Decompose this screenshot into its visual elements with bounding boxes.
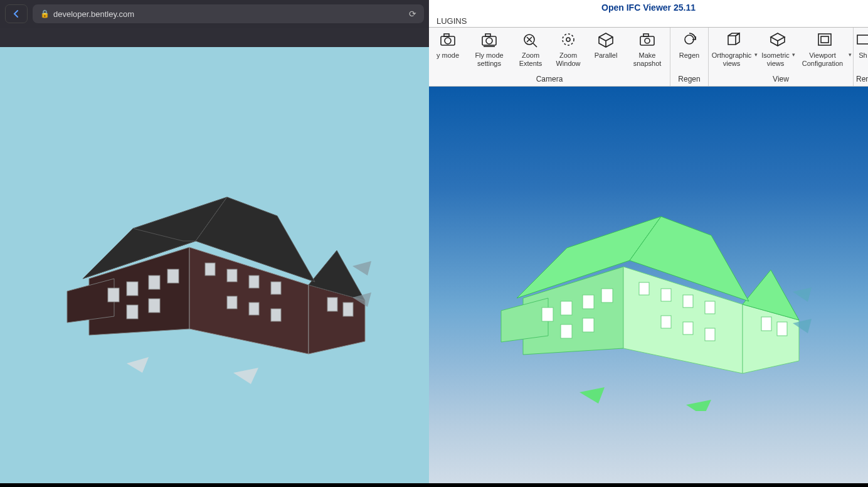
svg-rect-58 (561, 324, 572, 338)
regen-icon (679, 30, 700, 49)
chevron-left-icon (11, 9, 21, 19)
svg-rect-12 (127, 305, 138, 319)
svg-rect-18 (227, 296, 237, 309)
svg-rect-64 (661, 316, 671, 328)
right-3d-viewport[interactable] (429, 87, 868, 487)
svg-rect-17 (271, 282, 281, 294)
svg-rect-55 (561, 301, 572, 315)
isometric-icon (767, 30, 788, 49)
svg-rect-57 (601, 289, 613, 302)
svg-rect-61 (661, 289, 671, 301)
cube-icon (595, 30, 617, 49)
camera-group: y mode Fly mode settings Zoom Extents (429, 28, 670, 86)
parallel-button[interactable]: Parallel (587, 30, 625, 68)
safari-back-button[interactable] (5, 4, 28, 23)
svg-rect-63 (705, 301, 715, 314)
svg-marker-25 (352, 261, 371, 276)
zoom-window-button[interactable]: Zoom Window (549, 30, 587, 68)
zoom-window-icon (558, 30, 579, 49)
url-text: developer.bentley.com (53, 9, 134, 19)
svg-rect-67 (761, 317, 771, 331)
fly-mode-settings-button[interactable]: Fly mode settings (467, 30, 512, 68)
svg-rect-66 (705, 328, 715, 341)
svg-rect-22 (343, 302, 353, 316)
safari-toolbar: 🔒 developer.bentley.com ⟳ (0, 0, 429, 28)
ifc-tab-bar: LUGINS (429, 13, 868, 28)
make-snapshot-button[interactable]: Make snapshot (625, 30, 670, 68)
svg-rect-68 (777, 322, 787, 336)
svg-rect-60 (639, 282, 649, 295)
ribbon: y mode Fly mode settings Zoom Extents (429, 28, 868, 87)
chevron-down-icon: ▾ (754, 51, 758, 58)
regen-group-label: Regen (670, 75, 708, 86)
svg-rect-59 (583, 318, 594, 332)
lock-icon: 🔒 (40, 9, 50, 18)
fly-mode-button[interactable]: y mode (429, 30, 467, 68)
view-group-label: View (709, 75, 853, 86)
house-model-dark (39, 141, 390, 394)
chevron-down-icon: ▾ (849, 51, 852, 58)
svg-rect-9 (127, 282, 138, 296)
render-group: Sh Ren (854, 28, 868, 86)
shaded-icon (852, 30, 868, 49)
svg-marker-70 (686, 400, 711, 411)
zoom-extents-button[interactable]: Zoom Extents (512, 30, 549, 68)
svg-rect-33 (485, 34, 490, 36)
svg-rect-15 (227, 269, 237, 282)
svg-rect-13 (149, 299, 160, 313)
svg-rect-16 (249, 276, 259, 288)
svg-rect-11 (167, 269, 179, 283)
svg-marker-4 (67, 279, 114, 323)
house-model-green (473, 160, 824, 414)
svg-marker-51 (501, 298, 548, 342)
svg-rect-54 (542, 308, 553, 321)
chevron-down-icon: ▾ (792, 51, 795, 58)
camera-group-label: Camera (429, 75, 670, 86)
ifc-title: Open IFC Viewer 25.11 (429, 0, 868, 13)
svg-rect-10 (149, 276, 160, 289)
svg-rect-44 (818, 34, 831, 45)
svg-point-43 (685, 35, 694, 44)
left-3d-viewport[interactable] (0, 47, 429, 487)
svg-rect-65 (683, 322, 693, 334)
svg-point-38 (563, 34, 574, 45)
svg-rect-14 (205, 263, 215, 276)
svg-rect-8 (108, 288, 119, 302)
svg-rect-20 (271, 309, 281, 321)
regen-button[interactable]: Regen (670, 30, 708, 68)
svg-point-39 (566, 38, 570, 41)
svg-marker-69 (580, 387, 605, 404)
svg-marker-71 (793, 287, 812, 302)
svg-rect-62 (683, 295, 693, 308)
safari-tab-strip (0, 28, 429, 47)
isometric-views-button[interactable]: Isometric views▾ (759, 30, 797, 68)
svg-line-35 (533, 43, 537, 47)
viewport-config-icon (814, 30, 835, 49)
svg-rect-42 (643, 34, 648, 36)
camera-gear-icon (479, 30, 500, 49)
svg-rect-19 (249, 302, 259, 315)
zoom-extents-icon (520, 30, 541, 49)
svg-rect-21 (327, 297, 337, 311)
render-group-label: Ren (854, 75, 868, 86)
safari-url-bar[interactable]: 🔒 developer.bentley.com ⟳ (33, 4, 424, 23)
svg-point-31 (486, 38, 492, 44)
tab-plugins[interactable]: LUGINS (431, 15, 472, 27)
ifc-viewer-window: Open IFC Viewer 25.11 LUGINS y mode (429, 0, 868, 487)
svg-point-28 (445, 38, 451, 44)
shaded-button[interactable]: Sh (854, 30, 868, 68)
orthographic-views-button[interactable]: Orthographic views▾ (709, 30, 759, 68)
regen-group: Regen Regen (670, 28, 709, 86)
reload-icon[interactable]: ⟳ (409, 9, 416, 19)
viewport-config-button[interactable]: Viewport Configuration▾ (797, 30, 853, 68)
svg-rect-40 (640, 36, 654, 45)
snapshot-icon (637, 30, 658, 49)
svg-marker-24 (233, 368, 258, 384)
svg-rect-29 (444, 34, 449, 36)
safari-window: 🔒 developer.bentley.com ⟳ (0, 0, 429, 487)
svg-rect-56 (583, 295, 594, 309)
ortho-cube-icon (723, 30, 744, 49)
bottom-border (0, 483, 868, 487)
screen: 🔒 developer.bentley.com ⟳ (0, 0, 868, 487)
camera-icon (437, 30, 458, 49)
